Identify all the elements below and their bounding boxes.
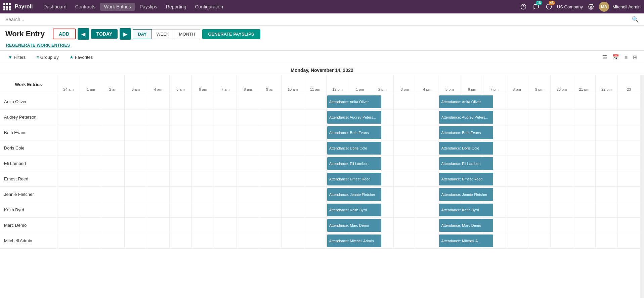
timeline-cell[interactable] xyxy=(617,156,640,171)
timeline-cell[interactable] xyxy=(80,156,102,171)
timeline-cell[interactable] xyxy=(169,110,192,125)
timeline-cell[interactable] xyxy=(506,140,528,156)
timeline-cell[interactable]: Attendance: Audrey Peters... xyxy=(326,110,349,125)
timeline-cell[interactable] xyxy=(617,94,640,109)
timeline-cell[interactable] xyxy=(237,187,259,202)
timeline-cell[interactable] xyxy=(214,110,237,125)
timeline-cell[interactable] xyxy=(102,233,124,248)
timeline-cell[interactable] xyxy=(416,202,438,217)
timeline-cell[interactable] xyxy=(304,110,326,125)
timeline-cell[interactable] xyxy=(57,125,80,140)
timeline-cell[interactable] xyxy=(57,94,80,109)
timeline-cell[interactable] xyxy=(124,187,147,202)
timeline-cell[interactable] xyxy=(214,156,237,171)
timeline-cell[interactable] xyxy=(80,171,102,186)
timeline-cell[interactable] xyxy=(169,94,192,109)
menu-payslips[interactable]: Payslips xyxy=(136,3,161,11)
timeline-cell[interactable] xyxy=(573,171,595,186)
timeline-cell[interactable] xyxy=(573,218,595,233)
timeline-cell[interactable] xyxy=(506,156,528,171)
timeline-cell[interactable] xyxy=(550,218,573,233)
grid-view-icon[interactable]: ⊞ xyxy=(632,53,639,62)
timeline-cell[interactable] xyxy=(102,202,124,217)
timeline-cell[interactable] xyxy=(124,202,147,217)
timeline-cell[interactable] xyxy=(57,171,80,186)
timeline-cell[interactable] xyxy=(304,171,326,186)
event-block[interactable]: Attendance: Ernest Reed xyxy=(439,173,493,185)
timeline-cell[interactable] xyxy=(281,218,304,233)
timeline-cell[interactable] xyxy=(573,187,595,202)
timeline-cell[interactable]: Attendance: Jennie Fletcher xyxy=(326,187,349,202)
timeline-cell[interactable] xyxy=(528,218,550,233)
timeline-cell[interactable]: Attendance: Doris Cole xyxy=(438,140,461,156)
event-block[interactable]: Attendance: Beth Evans xyxy=(439,126,493,139)
timeline-cell[interactable] xyxy=(281,202,304,217)
timeline-cell[interactable] xyxy=(80,187,102,202)
timeline-cell[interactable] xyxy=(102,140,124,156)
timeline-cell[interactable] xyxy=(617,110,640,125)
event-block[interactable]: Attendance: Marc Demo xyxy=(439,219,493,232)
timeline-cell[interactable] xyxy=(506,125,528,140)
timeline-cell[interactable] xyxy=(169,171,192,186)
timeline-cell[interactable] xyxy=(57,187,80,202)
timeline-cell[interactable]: Attendance: Eli Lambert xyxy=(326,156,349,171)
timeline-cell[interactable] xyxy=(259,202,282,217)
timeline-cell[interactable] xyxy=(595,218,618,233)
timeline-cell[interactable] xyxy=(528,94,550,109)
timeline-cell[interactable] xyxy=(147,202,169,217)
timeline-cell[interactable]: Attendance: Audrey Peters... xyxy=(438,110,461,125)
timeline-cell[interactable] xyxy=(102,125,124,140)
timeline-cell[interactable] xyxy=(214,125,237,140)
timeline-cell[interactable]: Attendance: Anita Oliver xyxy=(326,94,349,109)
timeline-cell[interactable] xyxy=(281,171,304,186)
timeline-cell[interactable] xyxy=(393,218,416,233)
support-icon[interactable] xyxy=(519,2,528,11)
timeline-cell[interactable] xyxy=(595,187,618,202)
timeline-cell[interactable] xyxy=(57,233,80,248)
timeline-cell[interactable] xyxy=(550,202,573,217)
timeline-cell[interactable] xyxy=(281,94,304,109)
timeline-cell[interactable] xyxy=(169,125,192,140)
timeline-cell[interactable] xyxy=(80,202,102,217)
timeline-cell[interactable] xyxy=(528,110,550,125)
timeline-cell[interactable] xyxy=(80,94,102,109)
timeline-cell[interactable] xyxy=(528,140,550,156)
event-block[interactable]: Attendance: Marc Demo xyxy=(327,219,381,232)
timeline-cell[interactable] xyxy=(102,171,124,186)
timeline-cell[interactable] xyxy=(237,202,259,217)
event-block[interactable]: Attendance: Anita Oliver xyxy=(327,95,381,108)
timeline-cell[interactable]: Attendance: Beth Evans xyxy=(438,125,461,140)
timeline-cell[interactable] xyxy=(147,110,169,125)
event-block[interactable]: Attendance: Mitchell Admin xyxy=(327,235,381,247)
tab-week[interactable]: WEEK xyxy=(152,29,174,39)
generate-payslips-button[interactable]: GENERATE PAYSLIPS xyxy=(202,29,260,39)
add-button[interactable]: ADD xyxy=(53,29,76,39)
timeline-cell[interactable] xyxy=(102,94,124,109)
timeline-cell[interactable] xyxy=(237,125,259,140)
timeline-cell[interactable] xyxy=(528,156,550,171)
timeline-cell[interactable] xyxy=(281,140,304,156)
event-block[interactable]: Attendance: Audrey Peters... xyxy=(439,111,493,124)
timeline-cell[interactable] xyxy=(416,110,438,125)
prev-button[interactable]: ◀ xyxy=(78,28,89,40)
timeline-cell[interactable] xyxy=(393,94,416,109)
event-block[interactable]: Attendance: Beth Evans xyxy=(327,126,381,139)
timeline-cell[interactable] xyxy=(550,140,573,156)
timeline-cell[interactable] xyxy=(281,156,304,171)
timeline-cell[interactable] xyxy=(550,156,573,171)
timeline-cell[interactable] xyxy=(124,233,147,248)
timeline-cell[interactable] xyxy=(550,233,573,248)
timeline-cell[interactable] xyxy=(304,202,326,217)
timeline-cell[interactable] xyxy=(617,171,640,186)
timeline-cell[interactable] xyxy=(169,233,192,248)
event-block[interactable]: Attendance: Ernest Reed xyxy=(327,173,381,185)
timeline-cell[interactable] xyxy=(214,171,237,186)
timeline-cell[interactable] xyxy=(57,140,80,156)
alerts-icon[interactable]: 45 xyxy=(544,2,554,11)
timeline-cell[interactable] xyxy=(102,156,124,171)
timeline-cell[interactable]: Attendance: Eli Lambert xyxy=(438,156,461,171)
timeline-cell[interactable] xyxy=(124,94,147,109)
timeline-cell[interactable] xyxy=(304,187,326,202)
timeline-cell[interactable] xyxy=(304,94,326,109)
timeline-cell[interactable] xyxy=(57,110,80,125)
